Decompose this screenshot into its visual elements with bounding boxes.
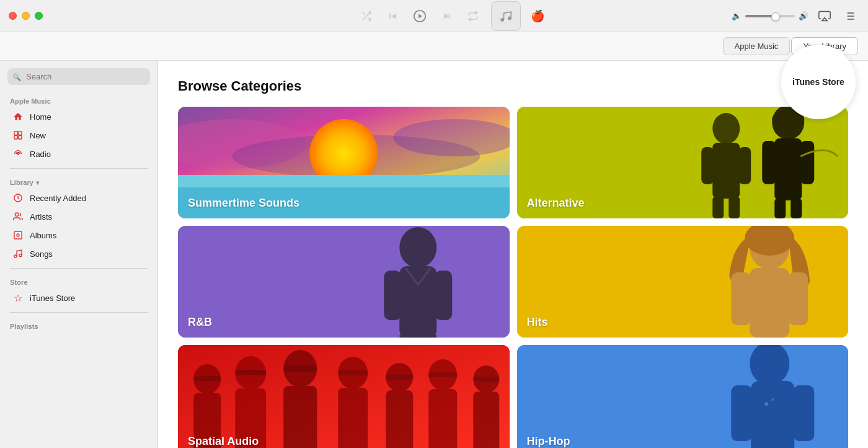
repeat-button[interactable] [465,8,481,24]
svg-rect-74 [428,372,457,377]
svg-rect-84 [793,385,814,441]
shuffle-button[interactable] [358,8,374,24]
sidebar-item-songs[interactable]: Songs [2,244,155,263]
hits-bg [517,226,849,338]
back-button[interactable] [384,8,401,24]
titlebar-right: 🔈 🔊 [732,7,868,25]
section-label-store: Store [0,274,157,289]
recently-added-label: Recently Added [30,194,86,203]
svg-rect-15 [19,136,22,139]
svg-rect-66 [283,386,317,448]
svg-rect-38 [772,113,804,125]
section-label-playlists: Playlists [0,318,157,333]
sidebar-item-itunes-store[interactable]: ☆ iTunes Store [2,289,155,307]
svg-point-4 [507,16,511,20]
category-card-alternative[interactable]: Alternative [517,107,849,218]
category-card-hiphop[interactable]: Hip-Hop [517,345,849,448]
category-card-hits[interactable]: Hits [517,226,849,338]
sidebar-item-new[interactable]: New [2,126,155,145]
svg-rect-40 [762,141,776,184]
radio-label: Radio [30,150,51,159]
svg-rect-19 [14,231,22,239]
queue-button[interactable] [841,7,858,25]
section-label-library[interactable]: Library ▾ [0,174,157,189]
hiphop-label: Hip-Hop [527,435,570,448]
tab-apple-music[interactable]: Apple Music [723,37,790,55]
volume-low-icon: 🔈 [732,11,742,20]
songs-label: Songs [30,249,53,259]
svg-rect-44 [178,226,510,338]
svg-rect-36 [728,197,740,218]
minimize-button[interactable] [22,12,30,20]
alternative-label: Alternative [527,197,585,210]
titlebar: 🍎 🔈 🔊 [0,0,868,32]
svg-rect-29 [178,175,510,187]
svg-rect-33 [701,147,714,184]
svg-rect-71 [386,375,413,380]
tabbar: Apple Music Your Library [0,32,868,61]
forward-button[interactable] [439,8,455,24]
section-label-apple-music: Apple Music [0,92,157,107]
svg-point-3 [500,17,504,21]
svg-rect-65 [283,365,317,372]
svg-point-85 [764,402,768,406]
svg-point-22 [19,254,22,257]
svg-rect-69 [338,388,368,448]
svg-point-20 [17,234,19,236]
category-card-spatial[interactable]: Spatial Audio [178,345,510,448]
playback-controls: 🍎 [158,1,732,31]
play-button[interactable] [410,7,429,25]
home-icon [12,111,24,122]
svg-marker-1 [418,14,422,18]
svg-rect-56 [788,272,808,325]
maximize-button[interactable] [35,12,43,20]
sidebar-item-home[interactable]: Home [2,107,155,126]
tab-itunes-store[interactable]: iTunes Store [781,45,856,119]
svg-point-31 [712,113,740,144]
rnb-label: R&B [188,316,212,329]
airplay-button[interactable] [816,7,833,25]
svg-point-86 [771,398,774,401]
category-card-summertime[interactable]: Summertime Sounds [178,107,510,218]
itunes-store-label: iTunes Store [30,293,75,303]
volume-control[interactable]: 🔈 🔊 [732,11,808,20]
svg-rect-49 [399,334,414,338]
search-input[interactable] [7,68,150,85]
category-card-rnb[interactable]: R&B [178,226,510,338]
svg-point-45 [399,227,436,268]
svg-marker-5 [822,17,827,20]
sidebar-item-artists[interactable]: Artists [2,207,155,226]
spatial-label: Spatial Audio [188,435,259,448]
divider-2 [10,268,148,269]
svg-rect-13 [19,132,22,135]
close-button[interactable] [9,12,17,20]
svg-rect-12 [14,132,17,135]
sidebar-item-albums[interactable]: Albums [2,226,155,244]
svg-rect-43 [790,199,802,218]
svg-rect-82 [751,381,794,448]
sidebar-item-recently-added[interactable]: Recently Added [2,189,155,207]
main-layout: Apple Music Home New Radio [0,61,868,448]
svg-point-81 [766,370,783,382]
svg-rect-72 [386,390,413,448]
svg-rect-32 [712,143,740,199]
library-label: Library [10,179,33,186]
svg-rect-41 [800,141,814,184]
svg-rect-42 [774,199,786,218]
page-title: Browse Categories [178,78,848,94]
spatial-bg [178,345,510,448]
songs-icon [12,248,24,259]
svg-rect-62 [235,370,266,375]
volume-slider[interactable] [745,15,795,17]
volume-high-icon: 🔊 [799,11,808,20]
recently-added-icon [12,192,24,204]
categories-grid: Summertime Sounds [178,107,848,448]
search-wrapper [7,68,150,85]
rnb-bg [178,226,510,338]
titlebar-left [0,12,158,20]
divider-3 [10,312,148,313]
svg-rect-39 [774,138,802,200]
app-icon [491,1,521,31]
svg-rect-68 [338,370,368,375]
sidebar-item-radio[interactable]: Radio [2,145,155,163]
